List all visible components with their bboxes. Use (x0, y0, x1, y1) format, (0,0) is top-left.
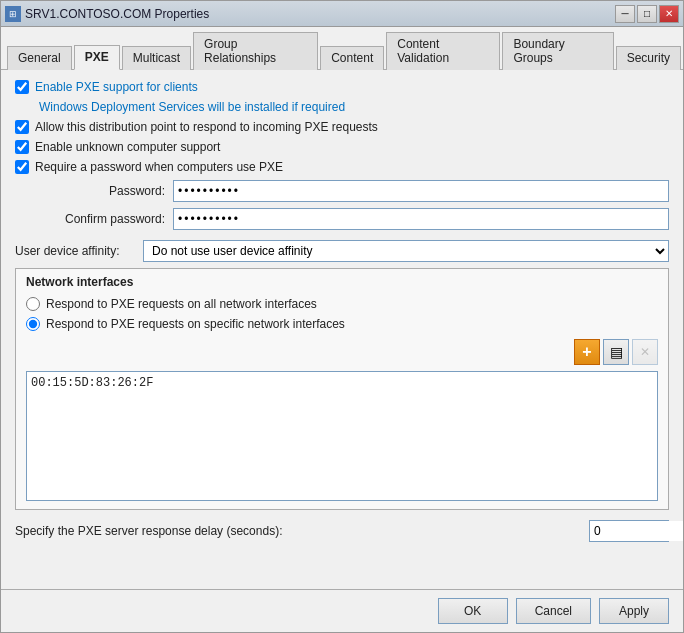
main-window: ⊞ SRV1.CONTOSO.COM Properties ─ □ ✕ Gene… (0, 0, 684, 633)
affinity-row: User device affinity: Do not use user de… (15, 240, 669, 262)
delete-icon: ✕ (640, 345, 650, 359)
affinity-select[interactable]: Do not use user device affinity Allow us… (143, 240, 669, 262)
require-password-label: Require a password when computers use PX… (35, 160, 283, 174)
edit-icon: ▤ (610, 344, 623, 360)
tab-multicast[interactable]: Multicast (122, 46, 191, 70)
tab-pxe[interactable]: PXE (74, 45, 120, 70)
add-icon: + (582, 343, 591, 361)
edit-mac-button[interactable]: ▤ (603, 339, 629, 365)
bottom-bar: OK Cancel Apply (1, 589, 683, 632)
window-title: SRV1.CONTOSO.COM Properties (25, 7, 209, 21)
window-icon: ⊞ (5, 6, 21, 22)
tab-general[interactable]: General (7, 46, 72, 70)
minimize-button[interactable]: ─ (615, 5, 635, 23)
wds-info: Windows Deployment Services will be inst… (39, 100, 669, 114)
enable-unknown-row: Enable unknown computer support (15, 140, 669, 154)
all-interfaces-row: Respond to PXE requests on all network i… (26, 297, 658, 311)
tab-content-validation[interactable]: Content Validation (386, 32, 500, 70)
delay-row: Specify the PXE server response delay (s… (15, 520, 669, 542)
delete-mac-button[interactable]: ✕ (632, 339, 658, 365)
cancel-button[interactable]: Cancel (516, 598, 591, 624)
delay-spinner: ▲ ▼ (589, 520, 669, 542)
delay-input[interactable] (590, 521, 683, 541)
tab-content-pxe: Enable PXE support for clients Windows D… (1, 70, 683, 589)
network-interfaces-label: Network interfaces (26, 275, 658, 289)
allow-incoming-label: Allow this distribution point to respond… (35, 120, 378, 134)
title-bar-buttons: ─ □ ✕ (615, 5, 679, 23)
ok-button[interactable]: OK (438, 598, 508, 624)
close-button[interactable]: ✕ (659, 5, 679, 23)
enable-pxe-checkbox[interactable] (15, 80, 29, 94)
confirm-password-input[interactable] (173, 208, 669, 230)
enable-pxe-row: Enable PXE support for clients (15, 80, 669, 94)
title-bar-left: ⊞ SRV1.CONTOSO.COM Properties (5, 6, 209, 22)
mac-toolbar: + ▤ ✕ (26, 339, 658, 365)
mac-address-entry: 00:15:5D:83:26:2F (31, 376, 653, 390)
allow-incoming-row: Allow this distribution point to respond… (15, 120, 669, 134)
mac-address-list[interactable]: 00:15:5D:83:26:2F (26, 371, 658, 501)
enable-unknown-label: Enable unknown computer support (35, 140, 220, 154)
all-interfaces-label: Respond to PXE requests on all network i… (46, 297, 317, 311)
confirm-password-label: Confirm password: (55, 212, 165, 226)
affinity-label: User device affinity: (15, 244, 135, 258)
allow-incoming-checkbox[interactable] (15, 120, 29, 134)
tabs-bar: General PXE Multicast Group Relationship… (1, 27, 683, 70)
password-label: Password: (55, 184, 165, 198)
require-password-row: Require a password when computers use PX… (15, 160, 669, 174)
delay-label: Specify the PXE server response delay (s… (15, 524, 581, 538)
network-interfaces-group: Network interfaces Respond to PXE reques… (15, 268, 669, 510)
confirm-password-row: Confirm password: (55, 208, 669, 230)
tab-group-relationships[interactable]: Group Relationships (193, 32, 318, 70)
specific-interfaces-radio[interactable] (26, 317, 40, 331)
tab-security[interactable]: Security (616, 46, 681, 70)
maximize-button[interactable]: □ (637, 5, 657, 23)
all-interfaces-radio[interactable] (26, 297, 40, 311)
enable-pxe-label: Enable PXE support for clients (35, 80, 198, 94)
add-mac-button[interactable]: + (574, 339, 600, 365)
specific-interfaces-label: Respond to PXE requests on specific netw… (46, 317, 345, 331)
require-password-checkbox[interactable] (15, 160, 29, 174)
password-row: Password: (55, 180, 669, 202)
enable-unknown-checkbox[interactable] (15, 140, 29, 154)
tab-content[interactable]: Content (320, 46, 384, 70)
title-bar: ⊞ SRV1.CONTOSO.COM Properties ─ □ ✕ (1, 1, 683, 27)
password-input[interactable] (173, 180, 669, 202)
tab-boundary-groups[interactable]: Boundary Groups (502, 32, 613, 70)
apply-button[interactable]: Apply (599, 598, 669, 624)
specific-interfaces-row: Respond to PXE requests on specific netw… (26, 317, 658, 331)
